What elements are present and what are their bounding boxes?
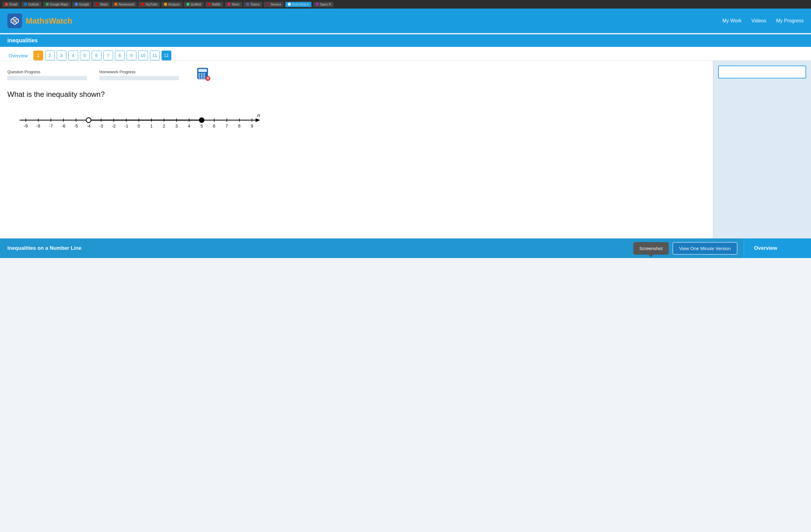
- svg-rect-13: [201, 77, 203, 79]
- tab-4[interactable]: 4: [68, 50, 78, 60]
- tab-1[interactable]: 1: [33, 50, 43, 60]
- tab-netflix[interactable]: Netflix: [205, 2, 223, 7]
- logo-text: MathsWatch: [26, 16, 72, 26]
- tabs-row: Overview 1 2 3 4 5 6 7 8 9 10 11 12: [0, 47, 811, 61]
- svg-rect-9: [198, 75, 200, 77]
- tab-google[interactable]: Google: [72, 2, 91, 7]
- browser-bar: Gmail Outlook Google Maps Google News Ne…: [0, 0, 811, 9]
- svg-marker-18: [256, 118, 260, 122]
- question-progress-item: Question Progress: [7, 70, 87, 80]
- svg-rect-8: [203, 73, 205, 75]
- svg-text:-4: -4: [87, 123, 91, 128]
- svg-rect-6: [198, 73, 200, 75]
- svg-rect-10: [201, 75, 203, 77]
- svg-text:7: 7: [226, 123, 228, 128]
- tab-youtube[interactable]: YouTube: [139, 2, 160, 7]
- svg-text:-2: -2: [112, 123, 116, 128]
- svg-text:2: 2: [163, 123, 165, 128]
- screenshot-button[interactable]: Screenshot: [633, 242, 669, 255]
- svg-text:4: 4: [188, 123, 190, 128]
- tab-gmail[interactable]: Gmail: [2, 2, 20, 7]
- homework-progress-item: Homework Progress: [99, 70, 179, 80]
- tab-mathswatch[interactable]: MathsWatch: [285, 2, 311, 7]
- svg-point-58: [86, 118, 91, 123]
- svg-text:n: n: [257, 112, 260, 118]
- tab-seneca[interactable]: Seneca: [264, 2, 284, 7]
- svg-rect-7: [201, 73, 203, 75]
- svg-text:-7: -7: [49, 123, 53, 128]
- tab-6[interactable]: 6: [92, 50, 102, 60]
- svg-rect-5: [198, 69, 207, 72]
- svg-text:-8: -8: [36, 123, 41, 128]
- progress-section: Question Progress Homework Progress: [7, 67, 706, 83]
- nav-my-work[interactable]: My Work: [722, 18, 742, 24]
- svg-text:✕: ✕: [206, 76, 209, 80]
- svg-rect-11: [203, 75, 205, 77]
- view-one-minute-button[interactable]: View One Minute Version: [672, 242, 737, 255]
- tab-news[interactable]: News: [93, 2, 110, 7]
- number-line-svg: -9 -8 -7 -6 -5 -4 -3 -2 -1 0 1 2 3 4 5 6: [14, 108, 265, 133]
- app-footer: Inequalities on a Number Line Screenshot…: [0, 239, 811, 258]
- svg-text:-9: -9: [24, 123, 28, 128]
- svg-rect-14: [203, 77, 205, 79]
- tab-outlook[interactable]: Outlook: [21, 2, 41, 7]
- question-panel: Question Progress Homework Progress: [0, 61, 713, 239]
- svg-text:6: 6: [213, 123, 215, 128]
- tab-2[interactable]: 2: [45, 50, 55, 60]
- question-text: What is the inequality shown?: [7, 90, 706, 99]
- tab-sparx[interactable]: Sparx R: [313, 2, 334, 7]
- tab-3[interactable]: 3: [57, 50, 66, 60]
- svg-text:8: 8: [238, 123, 241, 128]
- question-progress-label: Question Progress: [7, 70, 87, 74]
- svg-text:0: 0: [138, 123, 140, 128]
- tab-maps[interactable]: Google Maps: [43, 2, 71, 7]
- answer-input[interactable]: [718, 65, 806, 78]
- homework-progress-label: Homework Progress: [99, 70, 179, 74]
- calculator-icon[interactable]: ✕: [196, 67, 211, 83]
- content-area: Question Progress Homework Progress: [0, 61, 811, 239]
- svg-point-59: [199, 117, 204, 123]
- question-progress-bar: [7, 76, 87, 80]
- tab-11[interactable]: 11: [150, 50, 160, 60]
- tab-9[interactable]: 9: [126, 50, 136, 60]
- svg-text:-1: -1: [124, 123, 128, 128]
- footer-topic: Inequalities on a Number Line: [0, 245, 627, 251]
- tab-5[interactable]: 5: [80, 50, 90, 60]
- footer-buttons: Screenshot View One Minute Version: [627, 242, 744, 255]
- svg-text:5: 5: [200, 123, 203, 128]
- nav-my-progress[interactable]: My Progress: [776, 18, 804, 24]
- nav-videos[interactable]: Videos: [752, 18, 767, 24]
- page-title-bar: inequalities: [0, 34, 811, 47]
- svg-rect-12: [198, 77, 200, 79]
- svg-text:-3: -3: [99, 123, 103, 128]
- tab-7[interactable]: 7: [103, 50, 113, 60]
- svg-text:9: 9: [251, 123, 253, 128]
- tab-newsround[interactable]: Newsround: [112, 2, 137, 7]
- logo-icon: [7, 14, 22, 28]
- main-content: Overview 1 2 3 4 5 6 7 8 9 10 11 12 Ques…: [0, 47, 811, 239]
- svg-text:1: 1: [150, 123, 153, 128]
- tab-12[interactable]: 12: [162, 50, 171, 60]
- svg-text:-6: -6: [62, 123, 65, 128]
- tab-overview[interactable]: Overview: [7, 51, 29, 60]
- number-line-container: -9 -8 -7 -6 -5 -4 -3 -2 -1 0 1 2 3 4 5 6: [14, 108, 706, 134]
- page-title: inequalities: [7, 37, 804, 44]
- app-header: MathsWatch My Work Videos My Progress: [0, 9, 811, 33]
- homework-progress-bar: [99, 76, 179, 80]
- svg-text:3: 3: [175, 123, 178, 128]
- tab-shein[interactable]: Shein: [225, 2, 242, 7]
- tab-8[interactable]: 8: [115, 50, 125, 60]
- footer-overview[interactable]: Overview: [744, 239, 811, 258]
- tab-teams[interactable]: Teams: [244, 2, 262, 7]
- right-panel: [713, 61, 811, 239]
- tab-amazon[interactable]: Amazon: [162, 2, 182, 7]
- nav-links: My Work Videos My Progress: [722, 18, 804, 24]
- svg-text:-5: -5: [74, 123, 78, 128]
- tab-quillbot[interactable]: Quillbot: [184, 2, 203, 7]
- logo-area: MathsWatch: [7, 14, 72, 28]
- tab-10[interactable]: 10: [138, 50, 148, 60]
